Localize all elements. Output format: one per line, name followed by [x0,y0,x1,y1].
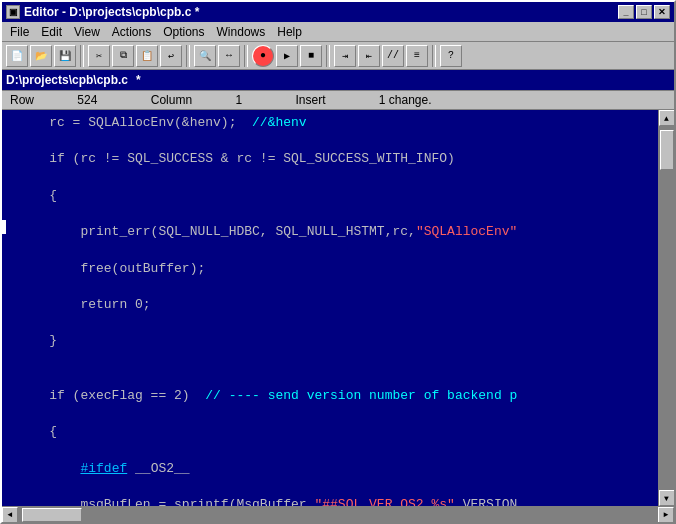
col-value: 1 [235,93,242,107]
list-item: } [18,332,650,350]
list-item: if (execFlag == 2) // ---- send version … [18,387,650,405]
menu-windows[interactable]: Windows [211,23,272,41]
toolbar-paste[interactable]: 📋 [136,45,158,67]
cursor-mark [2,220,6,234]
filepath-bar: D:\projects\cpb\cpb.c * [2,70,674,90]
toolbar-sep-5 [432,45,436,67]
toolbar-outdent[interactable]: ⇤ [358,45,380,67]
col-label: Column [151,93,192,107]
menu-edit[interactable]: Edit [35,23,68,41]
toolbar-play[interactable]: ▶ [276,45,298,67]
scroll-right-button[interactable]: ► [658,507,674,523]
app-icon: ▣ [6,5,20,19]
scroll-thumb-h[interactable] [22,508,82,522]
filepath-text: D:\projects\cpb\cpb.c [6,73,128,87]
row-value: 524 [77,93,97,107]
maximize-button[interactable]: □ [636,5,652,19]
editor-area: rc = SQLAllocEnv(&henv); //&henv if (rc … [2,110,674,522]
horizontal-scrollbar: ◄ ► [2,506,674,522]
list-item: return 0; [18,296,650,314]
title-bar-left: ▣ Editor - D:\projects\cpb\cpb.c * [6,5,199,19]
toolbar-undo[interactable]: ↩ [160,45,182,67]
menu-help[interactable]: Help [271,23,308,41]
toolbar-copy[interactable]: ⧉ [112,45,134,67]
toolbar-sep-1 [80,45,84,67]
row-label: Row [10,93,34,107]
toolbar-save[interactable]: 💾 [54,45,76,67]
menu-view[interactable]: View [68,23,106,41]
code-editor[interactable]: rc = SQLAllocEnv(&henv); //&henv if (rc … [10,110,658,506]
toolbar: 📄 📂 💾 ✂ ⧉ 📋 ↩ 🔍 ↔ ● ▶ ■ ⇥ ⇤ // ≡ ? [2,42,674,70]
title-buttons: _ □ ✕ [618,5,670,19]
menu-bar: File Edit View Actions Options Windows H… [2,22,674,42]
menu-options[interactable]: Options [157,23,210,41]
toolbar-indent[interactable]: ⇥ [334,45,356,67]
scroll-down-button[interactable]: ▼ [659,490,675,506]
menu-actions[interactable]: Actions [106,23,157,41]
filepath-modified: * [136,73,141,87]
list-item: free(outBuffer); [18,260,650,278]
scroll-track-v[interactable] [659,126,675,490]
scroll-left-button[interactable]: ◄ [2,507,18,523]
toolbar-sep-2 [186,45,190,67]
changes-text: 1 change. [379,93,432,107]
toolbar-record[interactable]: ● [252,45,274,67]
toolbar-sep-4 [326,45,330,67]
minimize-button[interactable]: _ [618,5,634,19]
list-item: rc = SQLAllocEnv(&henv); //&henv [18,114,650,132]
close-button[interactable]: ✕ [654,5,670,19]
toolbar-search[interactable]: 🔍 [194,45,216,67]
cursor-bar [2,110,10,506]
toolbar-new[interactable]: 📄 [6,45,28,67]
toolbar-stop[interactable]: ■ [300,45,322,67]
toolbar-open[interactable]: 📂 [30,45,52,67]
status-bar-top: Row 524 Column 1 Insert 1 change. [2,90,674,110]
toolbar-comment[interactable]: // [382,45,404,67]
menu-file[interactable]: File [4,23,35,41]
list-item: print_err(SQL_NULL_HDBC, SQL_NULL_HSTMT,… [18,223,650,241]
toolbar-sep-3 [244,45,248,67]
scroll-track-h[interactable] [18,507,658,523]
list-item: msgBufLen = sprintf(MsgBuffer,"##SQL_VER… [18,496,650,506]
title-bar: ▣ Editor - D:\projects\cpb\cpb.c * _ □ ✕ [2,2,674,22]
toolbar-cut[interactable]: ✂ [88,45,110,67]
window-title: Editor - D:\projects\cpb\cpb.c * [24,5,199,19]
vertical-scrollbar: ▲ ▼ [658,110,674,506]
list-item: if (rc != SQL_SUCCESS & rc != SQL_SUCCES… [18,150,650,168]
scroll-up-button[interactable]: ▲ [659,110,675,126]
toolbar-help[interactable]: ? [440,45,462,67]
toolbar-format[interactable]: ≡ [406,45,428,67]
scroll-thumb-v[interactable] [660,130,674,170]
list-item: { [18,423,650,441]
editor-body: rc = SQLAllocEnv(&henv); //&henv if (rc … [2,110,674,506]
edit-mode: Insert [295,93,325,107]
list-item: { [18,187,650,205]
main-window: ▣ Editor - D:\projects\cpb\cpb.c * _ □ ✕… [0,0,676,524]
list-item: #ifdef __OS2__ [18,460,650,478]
toolbar-replace[interactable]: ↔ [218,45,240,67]
